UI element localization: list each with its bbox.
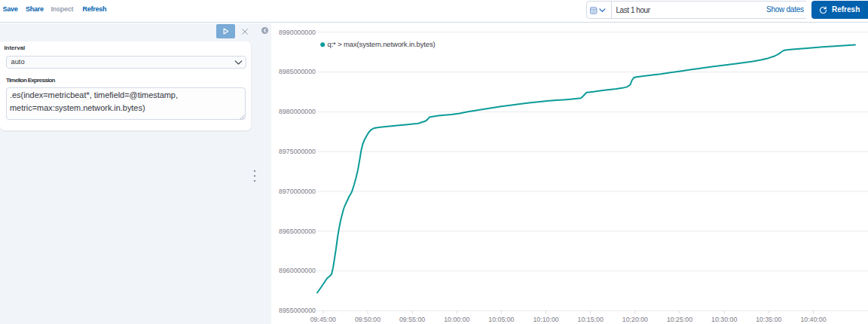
svg-text:8985000000: 8985000000 bbox=[279, 68, 316, 75]
svg-text:8980000000: 8980000000 bbox=[279, 108, 316, 115]
svg-text:10:25:00: 10:25:00 bbox=[667, 316, 692, 323]
svg-text:8970000000: 8970000000 bbox=[279, 188, 316, 195]
svg-text:10:30:00: 10:30:00 bbox=[711, 316, 737, 323]
svg-text:8975000000: 8975000000 bbox=[279, 148, 316, 155]
svg-text:q:* > max(system.network.in.by: q:* > max(system.network.in.bytes) bbox=[328, 40, 436, 48]
svg-text:8960000000: 8960000000 bbox=[279, 267, 316, 274]
svg-text:10:15:00: 10:15:00 bbox=[578, 316, 604, 323]
svg-text:10:05:00: 10:05:00 bbox=[488, 316, 514, 323]
svg-text:10:20:00: 10:20:00 bbox=[622, 316, 648, 323]
svg-text:09:45:00: 09:45:00 bbox=[310, 316, 336, 323]
svg-text:10:35:00: 10:35:00 bbox=[756, 316, 781, 323]
svg-text:8955000000: 8955000000 bbox=[279, 307, 316, 314]
svg-text:10:10:00: 10:10:00 bbox=[533, 316, 558, 323]
svg-text:09:50:00: 09:50:00 bbox=[355, 316, 381, 323]
svg-text:09:55:00: 09:55:00 bbox=[399, 316, 425, 323]
svg-text:8990000000: 8990000000 bbox=[279, 29, 316, 36]
svg-text:8965000000: 8965000000 bbox=[279, 228, 316, 235]
svg-text:10:40:00: 10:40:00 bbox=[800, 316, 826, 323]
svg-text:10:00:00: 10:00:00 bbox=[444, 316, 469, 323]
